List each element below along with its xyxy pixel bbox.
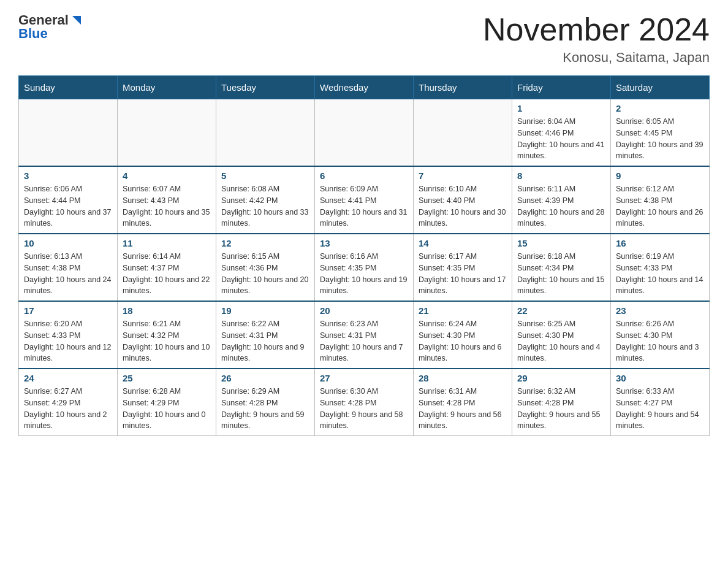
day-number: 5 — [221, 170, 309, 181]
table-row: 29Sunrise: 6:32 AMSunset: 4:28 PMDayligh… — [512, 369, 611, 436]
day-info: Sunrise: 6:06 AMSunset: 4:44 PMDaylight:… — [24, 183, 112, 229]
header-sunday: Sunday — [19, 76, 118, 99]
day-info: Sunrise: 6:15 AMSunset: 4:36 PMDaylight:… — [221, 251, 309, 297]
day-info: Sunrise: 6:33 AMSunset: 4:27 PMDaylight:… — [616, 386, 704, 432]
header-saturday: Saturday — [611, 76, 710, 99]
logo: General Blue — [18, 12, 81, 42]
logo-blue: Blue — [18, 26, 48, 42]
table-row: 21Sunrise: 6:24 AMSunset: 4:30 PMDayligh… — [414, 301, 512, 369]
table-row: 15Sunrise: 6:18 AMSunset: 4:34 PMDayligh… — [512, 234, 611, 301]
day-number: 12 — [221, 238, 309, 248]
day-info: Sunrise: 6:07 AMSunset: 4:43 PMDaylight:… — [123, 183, 211, 229]
subtitle: Konosu, Saitama, Japan — [483, 50, 710, 66]
day-number: 13 — [320, 238, 408, 248]
table-row — [414, 99, 512, 167]
day-number: 15 — [517, 238, 605, 248]
table-row: 6Sunrise: 6:09 AMSunset: 4:41 PMDaylight… — [315, 166, 414, 234]
table-row: 20Sunrise: 6:23 AMSunset: 4:31 PMDayligh… — [315, 301, 414, 369]
table-row: 18Sunrise: 6:21 AMSunset: 4:32 PMDayligh… — [118, 301, 216, 369]
page-header: General Blue November 2024 Konosu, Saita… — [18, 12, 710, 66]
day-number: 22 — [517, 305, 605, 316]
day-info: Sunrise: 6:29 AMSunset: 4:28 PMDaylight:… — [221, 386, 309, 432]
table-row: 23Sunrise: 6:26 AMSunset: 4:30 PMDayligh… — [611, 301, 710, 369]
table-row: 30Sunrise: 6:33 AMSunset: 4:27 PMDayligh… — [611, 369, 710, 436]
table-row: 27Sunrise: 6:30 AMSunset: 4:28 PMDayligh… — [315, 369, 414, 436]
day-info: Sunrise: 6:27 AMSunset: 4:29 PMDaylight:… — [24, 386, 112, 432]
table-row: 4Sunrise: 6:07 AMSunset: 4:43 PMDaylight… — [118, 166, 216, 234]
day-number: 11 — [123, 238, 211, 248]
table-row: 14Sunrise: 6:17 AMSunset: 4:35 PMDayligh… — [414, 234, 512, 301]
day-info: Sunrise: 6:08 AMSunset: 4:42 PMDaylight:… — [221, 183, 309, 229]
day-info: Sunrise: 6:18 AMSunset: 4:34 PMDaylight:… — [517, 251, 605, 297]
day-number: 2 — [616, 103, 704, 113]
day-info: Sunrise: 6:20 AMSunset: 4:33 PMDaylight:… — [24, 318, 112, 364]
table-row: 8Sunrise: 6:11 AMSunset: 4:39 PMDaylight… — [512, 166, 611, 234]
table-row: 13Sunrise: 6:16 AMSunset: 4:35 PMDayligh… — [315, 234, 414, 301]
header-tuesday: Tuesday — [216, 76, 315, 99]
title-block: November 2024 Konosu, Saitama, Japan — [483, 12, 710, 66]
day-info: Sunrise: 6:11 AMSunset: 4:39 PMDaylight:… — [517, 183, 605, 229]
table-row: 16Sunrise: 6:19 AMSunset: 4:33 PMDayligh… — [611, 234, 710, 301]
day-info: Sunrise: 6:28 AMSunset: 4:29 PMDaylight:… — [123, 386, 211, 432]
table-row: 17Sunrise: 6:20 AMSunset: 4:33 PMDayligh… — [19, 301, 118, 369]
calendar-table: Sunday Monday Tuesday Wednesday Thursday… — [18, 75, 710, 436]
day-info: Sunrise: 6:24 AMSunset: 4:30 PMDaylight:… — [419, 318, 507, 364]
table-row: 2Sunrise: 6:05 AMSunset: 4:45 PMDaylight… — [611, 99, 710, 167]
day-number: 1 — [517, 103, 605, 113]
table-row — [216, 99, 315, 167]
day-number: 14 — [419, 238, 507, 248]
table-row: 1Sunrise: 6:04 AMSunset: 4:46 PMDaylight… — [512, 99, 611, 167]
table-row: 10Sunrise: 6:13 AMSunset: 4:38 PMDayligh… — [19, 234, 118, 301]
day-number: 8 — [517, 170, 605, 181]
day-number: 9 — [616, 170, 704, 181]
day-number: 10 — [24, 238, 112, 248]
day-info: Sunrise: 6:26 AMSunset: 4:30 PMDaylight:… — [616, 318, 704, 364]
day-number: 16 — [616, 238, 704, 248]
day-number: 26 — [221, 373, 309, 383]
day-number: 30 — [616, 373, 704, 383]
calendar-week-row: 1Sunrise: 6:04 AMSunset: 4:46 PMDaylight… — [19, 99, 710, 167]
day-info: Sunrise: 6:17 AMSunset: 4:35 PMDaylight:… — [419, 251, 507, 297]
day-number: 24 — [24, 373, 112, 383]
calendar-header-row: Sunday Monday Tuesday Wednesday Thursday… — [19, 76, 710, 99]
table-row: 28Sunrise: 6:31 AMSunset: 4:28 PMDayligh… — [414, 369, 512, 436]
day-number: 20 — [320, 305, 408, 316]
day-info: Sunrise: 6:12 AMSunset: 4:38 PMDaylight:… — [616, 183, 704, 229]
day-number: 19 — [221, 305, 309, 316]
table-row: 9Sunrise: 6:12 AMSunset: 4:38 PMDaylight… — [611, 166, 710, 234]
day-info: Sunrise: 6:23 AMSunset: 4:31 PMDaylight:… — [320, 318, 408, 364]
day-info: Sunrise: 6:04 AMSunset: 4:46 PMDaylight:… — [517, 116, 605, 162]
day-info: Sunrise: 6:32 AMSunset: 4:28 PMDaylight:… — [517, 386, 605, 432]
table-row — [19, 99, 118, 167]
day-info: Sunrise: 6:16 AMSunset: 4:35 PMDaylight:… — [320, 251, 408, 297]
table-row: 24Sunrise: 6:27 AMSunset: 4:29 PMDayligh… — [19, 369, 118, 436]
header-thursday: Thursday — [414, 76, 512, 99]
table-row: 19Sunrise: 6:22 AMSunset: 4:31 PMDayligh… — [216, 301, 315, 369]
table-row: 25Sunrise: 6:28 AMSunset: 4:29 PMDayligh… — [118, 369, 216, 436]
table-row: 3Sunrise: 6:06 AMSunset: 4:44 PMDaylight… — [19, 166, 118, 234]
day-number: 25 — [123, 373, 211, 383]
day-number: 4 — [123, 170, 211, 181]
day-info: Sunrise: 6:21 AMSunset: 4:32 PMDaylight:… — [123, 318, 211, 364]
day-number: 7 — [419, 170, 507, 181]
day-info: Sunrise: 6:19 AMSunset: 4:33 PMDaylight:… — [616, 251, 704, 297]
day-info: Sunrise: 6:31 AMSunset: 4:28 PMDaylight:… — [419, 386, 507, 432]
calendar-week-row: 3Sunrise: 6:06 AMSunset: 4:44 PMDaylight… — [19, 166, 710, 234]
table-row — [315, 99, 414, 167]
calendar-week-row: 24Sunrise: 6:27 AMSunset: 4:29 PMDayligh… — [19, 369, 710, 436]
day-info: Sunrise: 6:25 AMSunset: 4:30 PMDaylight:… — [517, 318, 605, 364]
day-number: 27 — [320, 373, 408, 383]
day-number: 28 — [419, 373, 507, 383]
day-info: Sunrise: 6:05 AMSunset: 4:45 PMDaylight:… — [616, 116, 704, 162]
header-monday: Monday — [118, 76, 216, 99]
day-info: Sunrise: 6:09 AMSunset: 4:41 PMDaylight:… — [320, 183, 408, 229]
day-info: Sunrise: 6:10 AMSunset: 4:40 PMDaylight:… — [419, 183, 507, 229]
day-number: 23 — [616, 305, 704, 316]
day-number: 29 — [517, 373, 605, 383]
calendar-week-row: 17Sunrise: 6:20 AMSunset: 4:33 PMDayligh… — [19, 301, 710, 369]
calendar-body: 1Sunrise: 6:04 AMSunset: 4:46 PMDaylight… — [19, 99, 710, 436]
table-row: 26Sunrise: 6:29 AMSunset: 4:28 PMDayligh… — [216, 369, 315, 436]
table-row: 5Sunrise: 6:08 AMSunset: 4:42 PMDaylight… — [216, 166, 315, 234]
calendar-week-row: 10Sunrise: 6:13 AMSunset: 4:38 PMDayligh… — [19, 234, 710, 301]
table-row — [118, 99, 216, 167]
